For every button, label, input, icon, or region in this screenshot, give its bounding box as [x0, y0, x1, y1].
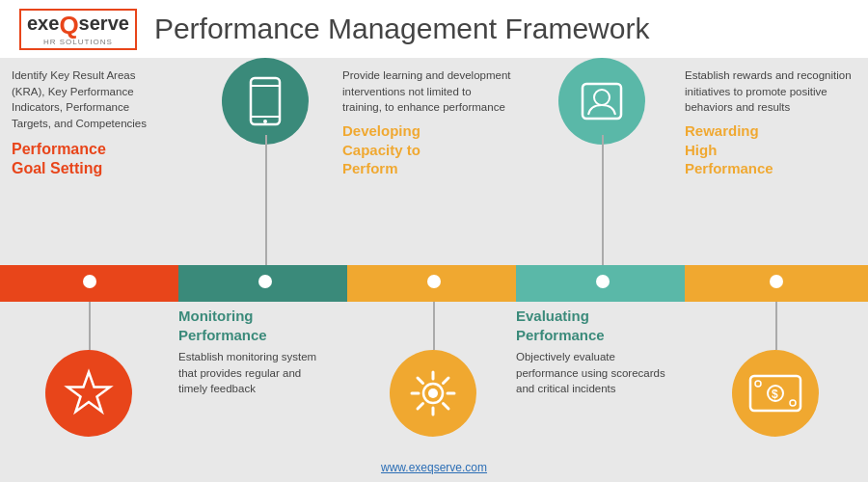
svg-line-13 [444, 378, 449, 384]
svg-point-20 [755, 381, 761, 387]
col3-title: DevelopingCapacity toPerform [342, 121, 511, 178]
svg-point-4 [263, 120, 267, 123]
dollar-icon: $ [748, 372, 802, 415]
svg-text:$: $ [772, 388, 778, 401]
col2-description: Establish monitoring system that provide… [178, 351, 316, 394]
col5-line [775, 302, 777, 350]
col4-bottom-text: EvaluatingPerformance Objectively evalua… [516, 307, 670, 397]
footer-link-text: www.exeqserve.com [381, 461, 487, 474]
svg-line-14 [418, 404, 423, 410]
page-title: Performance Management Framework [154, 13, 650, 45]
col4-title: EvaluatingPerformance [516, 307, 670, 344]
col3-circle [390, 350, 476, 437]
col3-line [433, 302, 435, 350]
dot-1 [83, 275, 96, 288]
col1-top-text: Identify Key Result Areas (KRA), Key Per… [12, 67, 166, 179]
gear-icon [408, 368, 458, 418]
svg-line-11 [418, 378, 423, 384]
col5-top-text: Establish rewards and recognition initia… [685, 67, 854, 178]
col5-description: Establish rewards and recognition initia… [685, 69, 852, 113]
dot-2 [258, 275, 272, 288]
col1-circle [45, 350, 132, 437]
main-area: Identify Key Result Areas (KRA), Key Per… [0, 58, 868, 482]
col3-description: Provide learning and development interve… [342, 69, 511, 113]
svg-marker-0 [68, 372, 110, 412]
col4-line-top [602, 135, 604, 265]
person-icon [577, 76, 627, 126]
col5-title: RewardingHighPerformance [685, 121, 854, 178]
col1-line [89, 302, 91, 350]
col1-title: PerformanceGoal Setting [12, 140, 166, 180]
logo: exeQserve HR SOLUTIONS [19, 9, 137, 50]
svg-point-21 [790, 400, 796, 406]
logo-serve: serve [79, 13, 129, 34]
col4-description: Objectively evaluate performance using s… [516, 351, 665, 394]
logo-exe: exe [27, 13, 59, 34]
col2-bottom-text: MonitoringPerformance Establish monitori… [178, 307, 328, 397]
col3-top-text: Provide learning and development interve… [342, 67, 511, 178]
header: exeQserve HR SOLUTIONS Performance Manag… [0, 0, 868, 58]
dot-5 [770, 275, 783, 288]
col5-circle: $ [732, 350, 819, 437]
dot-4 [596, 275, 610, 288]
footer-link[interactable]: www.exeqserve.com [381, 461, 487, 474]
col4-circle [558, 58, 645, 145]
col2-title: MonitoringPerformance [178, 307, 328, 344]
logo-q: Q [59, 11, 78, 40]
col2-circle [222, 58, 309, 145]
logo-sub: HR SOLUTIONS [27, 38, 129, 46]
dot-3 [427, 275, 441, 288]
col2-line-top [265, 135, 267, 265]
svg-point-16 [594, 90, 610, 105]
phone-icon [245, 76, 285, 126]
svg-line-12 [444, 404, 449, 410]
svg-point-6 [428, 388, 438, 398]
star-icon [64, 368, 114, 418]
col1-description: Identify Key Result Areas (KRA), Key Per… [12, 69, 147, 129]
